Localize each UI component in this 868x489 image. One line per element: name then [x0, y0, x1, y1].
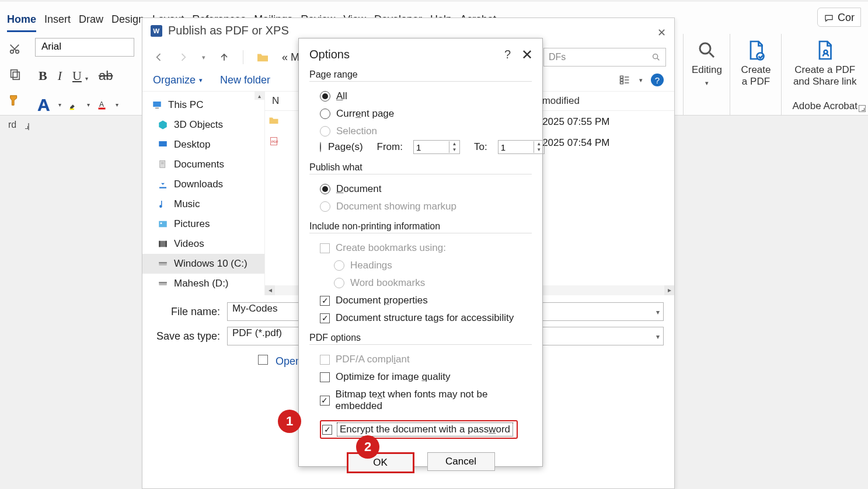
- folder-icon: [269, 116, 279, 125]
- svg-point-9: [824, 50, 828, 54]
- from-label: From:: [377, 141, 403, 153]
- create-share-pdf-label: Create a PDF and Share link: [793, 64, 857, 87]
- check-bookmarks-label: Create bookmarks using:: [336, 242, 446, 254]
- nav-3d-objects[interactable]: 3D Objects: [142, 115, 264, 135]
- radio-all[interactable]: [320, 91, 330, 102]
- nav-this-pc[interactable]: This PC: [142, 95, 264, 115]
- tab-design[interactable]: Design: [111, 13, 144, 30]
- tab-home[interactable]: Home: [7, 13, 36, 32]
- font-group: Arial B I U▾ ab A▾ ▾ A▾: [33, 32, 137, 115]
- svg-point-7: [700, 43, 710, 54]
- publish-close-button[interactable]: ✕: [657, 26, 666, 39]
- check-structure-tags[interactable]: [320, 313, 330, 323]
- bold-button[interactable]: B: [39, 68, 47, 83]
- check-bitmap-text[interactable]: [320, 396, 330, 406]
- section-publish-what: Publish what: [309, 162, 532, 174]
- svg-rect-3: [13, 72, 19, 79]
- svg-rect-19: [153, 102, 161, 107]
- nav-documents[interactable]: Documents: [142, 155, 264, 174]
- options-help-button[interactable]: ?: [504, 48, 511, 61]
- styles-dialog-launcher[interactable]: [859, 105, 866, 112]
- organize-menu[interactable]: Organize ▾: [153, 74, 203, 86]
- check-encrypt-password[interactable]: [322, 425, 332, 435]
- radio-all-label: All: [336, 90, 347, 102]
- file-name-label: File name:: [153, 306, 220, 318]
- pictures-icon: [158, 219, 168, 229]
- check-image-quality[interactable]: [320, 372, 330, 382]
- svg-rect-31: [159, 262, 167, 263]
- music-icon: [158, 199, 168, 209]
- create-pdf-button[interactable]: Create a PDF: [730, 34, 781, 116]
- check-encrypt-label: Encrypt the document with a password: [337, 422, 513, 436]
- nav-videos[interactable]: Videos: [142, 234, 264, 254]
- text-effects-button[interactable]: A: [37, 95, 50, 115]
- svg-rect-28: [159, 241, 160, 247]
- svg-rect-29: [166, 241, 167, 247]
- nav-back-button[interactable]: [153, 51, 165, 63]
- highlight-button[interactable]: [68, 100, 80, 110]
- create-share-pdf-button[interactable]: Create a PDF and Share link Adobe Acroba…: [781, 34, 868, 116]
- nav-pane: ▴ This PC 3D Objects Desktop Documents D…: [142, 92, 265, 295]
- comment-icon: [824, 13, 834, 23]
- nav-drive-c[interactable]: Windows 10 (C:): [142, 254, 264, 274]
- tab-draw[interactable]: Draw: [79, 13, 103, 30]
- radio-markup-label: Document showing markup: [336, 201, 456, 212]
- clipboard-dialog-launcher[interactable]: [28, 123, 29, 130]
- clipboard-caption-partial: rd: [8, 120, 16, 130]
- strikethrough-button[interactable]: ab: [99, 68, 113, 83]
- drive-icon: [158, 259, 168, 269]
- nav-desktop[interactable]: Desktop: [142, 135, 264, 155]
- svg-text:W: W: [153, 27, 159, 34]
- copy-icon[interactable]: [8, 68, 21, 81]
- format-painter-icon[interactable]: [8, 94, 21, 107]
- word-app-icon: W: [151, 25, 162, 37]
- open-after-checkbox[interactable]: [258, 355, 268, 365]
- nav-up-button[interactable]: [218, 51, 230, 63]
- radio-headings-label: Headings: [350, 260, 392, 271]
- comments-button[interactable]: Cor: [817, 8, 861, 27]
- check-doc-properties[interactable]: [320, 296, 330, 306]
- radio-selection-label: Selection: [336, 125, 377, 137]
- svg-rect-6: [98, 107, 105, 109]
- nav-music[interactable]: Music: [142, 194, 264, 214]
- search-input[interactable]: DFs: [543, 48, 666, 67]
- new-folder-button[interactable]: New folder: [220, 74, 270, 86]
- nav-scroll-up[interactable]: ▴: [255, 92, 264, 100]
- to-spinner[interactable]: ▲▼: [498, 140, 545, 154]
- font-color-button[interactable]: A: [97, 100, 109, 110]
- help-icon[interactable]: ?: [651, 74, 664, 86]
- svg-point-12: [653, 54, 658, 59]
- font-name-combo[interactable]: Arial: [35, 38, 134, 57]
- options-close-button[interactable]: ✕: [521, 47, 533, 63]
- svg-rect-4: [69, 109, 74, 110]
- section-nonprinting: Include non-printing information: [309, 221, 532, 233]
- nav-pictures[interactable]: Pictures: [142, 214, 264, 234]
- ok-button[interactable]: OK: [347, 452, 414, 473]
- svg-text:A: A: [99, 100, 104, 109]
- check-bookmarks: [320, 243, 330, 253]
- publish-title: Publish as PDF or XPS: [168, 24, 289, 37]
- cut-icon[interactable]: [8, 43, 21, 55]
- nav-forward-button[interactable]: [177, 51, 189, 63]
- documents-icon: [158, 159, 168, 170]
- cancel-button[interactable]: Cancel: [427, 452, 495, 471]
- create-pdf-label: Create a PDF: [741, 64, 771, 87]
- tab-insert[interactable]: Insert: [44, 13, 71, 30]
- italic-button[interactable]: I: [58, 68, 62, 83]
- radio-current-page[interactable]: [320, 109, 330, 119]
- svg-rect-22: [160, 160, 165, 167]
- nav-downloads[interactable]: Downloads: [142, 174, 264, 194]
- svg-rect-21: [159, 141, 167, 146]
- pdf-file-icon: PDF: [269, 136, 278, 146]
- from-spinner[interactable]: ▲▼: [413, 140, 460, 154]
- radio-selection: [320, 126, 330, 137]
- save-type-label: Save as type:: [153, 330, 220, 343]
- radio-pages[interactable]: [320, 142, 321, 152]
- editing-group[interactable]: Editing ▾: [683, 34, 730, 116]
- nav-drive-d[interactable]: Mahesh (D:): [142, 274, 264, 294]
- view-options-button[interactable]: [618, 74, 631, 86]
- radio-document[interactable]: [320, 184, 330, 194]
- underline-button[interactable]: U: [72, 68, 82, 83]
- editing-label: Editing: [692, 64, 722, 76]
- svg-rect-25: [159, 221, 167, 228]
